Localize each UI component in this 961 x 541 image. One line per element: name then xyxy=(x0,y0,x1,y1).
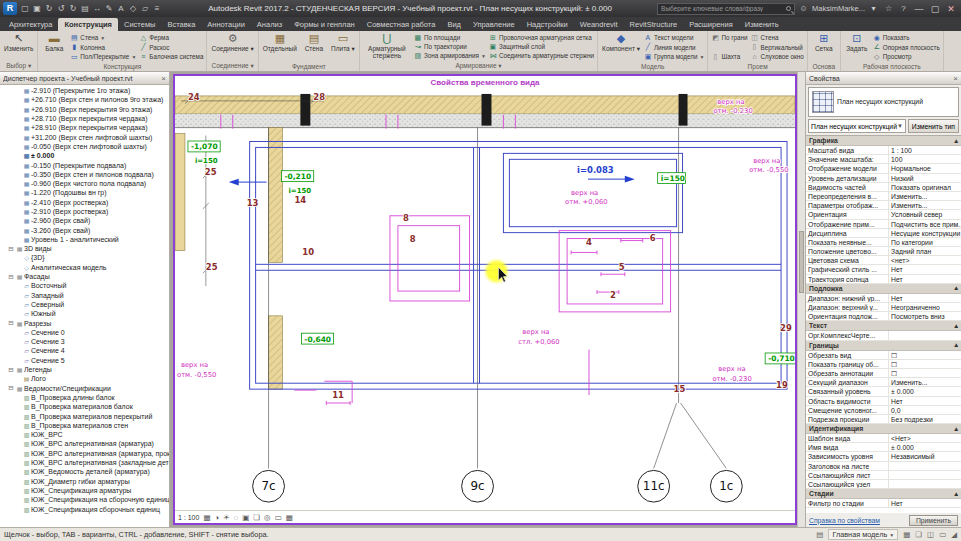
tree-item[interactable]: ▱Южный xyxy=(0,309,169,318)
tree-item[interactable]: ▦+31.200 (Верх стен лифтовой шахты) xyxy=(0,132,169,141)
3d-view-icon[interactable]: ◇ xyxy=(127,2,139,15)
redo-icon[interactable]: ↻ xyxy=(67,2,79,15)
вертикальный-button[interactable]: ▯Вертикальный xyxy=(751,43,804,52)
project-browser-header[interactable]: Диспетчер проекта - Учебный проект.rvt × xyxy=(0,72,169,85)
tree-item[interactable]: ▥ЮЖ_ВРС альтернативная (закладные детали… xyxy=(0,458,169,467)
revit-logo-icon[interactable]: R xyxy=(3,2,17,15)
property-value[interactable] xyxy=(889,480,961,488)
tree-item[interactable]: ▥ЮЖ_Спецификация на сборочную единицу (Ю… xyxy=(0,495,169,504)
tree-item[interactable]: ▱Сечение 3 xyxy=(0,337,169,346)
search-icon[interactable] xyxy=(786,6,791,11)
стена-button[interactable]: ◫Стена xyxy=(751,33,804,42)
type-selector-combobox[interactable]: План несущих конструкций ▼ xyxy=(808,119,906,133)
tree-item[interactable]: ▥ЮЖ_ВРС альтернативная (арматура) xyxy=(0,439,169,448)
tree-item[interactable]: ▱Северный xyxy=(0,300,169,309)
показать-button[interactable]: ◉Показать xyxy=(873,33,940,42)
thin-lines-icon[interactable]: ≡ xyxy=(151,2,163,15)
защитный-слой-button[interactable]: ▣Защитный слой xyxy=(489,42,594,51)
ribbon-panel-caption[interactable]: Конструкция xyxy=(38,63,206,71)
ribbon-panel-caption[interactable]: Фундамент xyxy=(259,63,359,71)
property-value[interactable]: Низкий xyxy=(889,174,961,182)
tree-expander-icon[interactable]: ⊟ xyxy=(7,273,15,281)
линия-модели-button[interactable]: ╱Линия модели xyxy=(644,43,705,52)
колонна-button[interactable]: ▮Колонна xyxy=(70,43,136,52)
property-group-header[interactable]: Стадии▴ xyxy=(806,489,961,499)
property-value[interactable]: ☐ xyxy=(889,351,961,359)
view-viewport[interactable]: Свойства временного вида xyxy=(173,74,797,525)
tree-expander-icon[interactable]: ⊟ xyxy=(7,384,15,392)
шахта-button[interactable]: ▯Шахта xyxy=(711,52,747,61)
tree-item[interactable]: ⊟▦Ведомости/Спецификации xyxy=(0,384,169,393)
property-group-header[interactable]: Границы▴ xyxy=(806,341,961,351)
worksets-icon[interactable]: ▤ xyxy=(816,530,823,539)
tree-item[interactable]: ▦± 0.000 xyxy=(0,151,169,160)
tree-item[interactable]: ▦-0.960 (Верх чистого пола подвала) xyxy=(0,179,169,188)
sun-path-icon[interactable]: ◌ xyxy=(234,513,238,522)
property-value[interactable] xyxy=(889,471,961,479)
property-value[interactable]: Нет xyxy=(889,294,961,302)
crop-view-icon[interactable]: ❏ xyxy=(253,513,260,522)
ribbon-panel-caption[interactable]: Модель xyxy=(598,63,707,71)
ribbon-tab-12[interactable]: Weandrevit xyxy=(574,18,624,31)
ribbon-panel-caption[interactable]: Проем xyxy=(708,63,806,71)
property-value[interactable]: Нет xyxy=(889,499,961,507)
tree-item[interactable]: ▦-2.960 (Верх свай) xyxy=(0,216,169,225)
tree-item[interactable]: ▥ЮЖ_Спецификация арматуры xyxy=(0,486,169,495)
текст-модели-button[interactable]: AТекст модели xyxy=(644,33,705,42)
property-value[interactable]: <нет> xyxy=(889,256,961,264)
signed-in-user[interactable]: MaksimMarke... xyxy=(812,4,865,13)
property-value[interactable]: Подчистить все прим... xyxy=(889,220,961,228)
property-group-header[interactable]: Текст▴ xyxy=(806,321,961,331)
ribbon-tab-2[interactable]: Конструкция xyxy=(58,18,118,31)
tree-item[interactable]: ◇Аналитическая модель xyxy=(0,263,169,272)
опорная-плоскость-button[interactable]: ∠Опорная плоскость xyxy=(873,43,940,52)
ribbon-tab-3[interactable]: Системы xyxy=(118,18,161,31)
tree-item[interactable]: ▥ЮЖ_ВРС альтернативная (арматура, прокат… xyxy=(0,449,169,458)
tree-item[interactable]: ▦-2.910 (Верх ростверка) xyxy=(0,207,169,216)
apply-button[interactable]: Применить xyxy=(909,515,958,526)
scale-icon[interactable]: ▦ xyxy=(203,513,210,522)
shadows-icon[interactable]: ▣ xyxy=(242,513,249,522)
tree-item[interactable]: ▦+28.710 (Верх перекрытия чердака) xyxy=(0,114,169,123)
tree-item[interactable]: ⊟▦Разрезы xyxy=(0,318,169,327)
property-value[interactable]: ☐ xyxy=(889,369,961,377)
tree-expander-icon[interactable]: ⊟ xyxy=(7,366,15,374)
property-value[interactable]: Изменить... xyxy=(889,201,961,209)
ribbon-tab-13[interactable]: RevitStructure xyxy=(624,18,684,31)
property-value[interactable]: Несущие конструкции xyxy=(889,229,961,237)
балочная-система-button[interactable]: ≡Балочная система xyxy=(139,52,203,61)
selection-filter-icon[interactable]: ▭ xyxy=(939,530,946,539)
tree-item[interactable]: ▥ЮЖ_Ведомость деталей (арматура) xyxy=(0,467,169,476)
стена-button[interactable]: ▤Стена▼ xyxy=(70,33,136,42)
tree-item[interactable]: ▦-0.050 (Верх стен лифтовой шахты) xyxy=(0,142,169,151)
tree-item[interactable]: ▥В_Проверка материалов перекрытий xyxy=(0,411,169,420)
property-value[interactable]: По категории xyxy=(889,238,961,246)
property-value[interactable]: Изменить... xyxy=(889,378,961,386)
detail-level-icon[interactable]: ◑ xyxy=(215,513,220,522)
property-value[interactable]: 0,0 xyxy=(889,406,961,414)
ribbon-tab-4[interactable]: Вставка xyxy=(161,18,201,31)
drawing-canvas[interactable]: 2428252514131088465215112919i=150i=150-1… xyxy=(175,88,795,510)
пол-перекрытие-button[interactable]: ▭Пол/Перекрытие▼ xyxy=(70,52,136,61)
property-value[interactable]: Нормальное xyxy=(889,164,961,172)
tree-item[interactable]: ▦-0.350 (Верх стен и пилонов подвала) xyxy=(0,170,169,179)
ribbon-tab-10[interactable]: Управление xyxy=(467,18,521,31)
text-icon[interactable]: A xyxy=(115,2,127,15)
undo-icon[interactable]: ↺ xyxy=(55,2,67,15)
ribbon-tab-14[interactable]: Расширения xyxy=(683,18,739,31)
canvas-vertical-scrollbar[interactable] xyxy=(797,72,805,527)
tree-item[interactable]: ▥ЮЖ_Диаметр гибки арматуры xyxy=(0,476,169,485)
tree-item[interactable]: ▦-2.910 (Перекрытие 1го этажа) xyxy=(0,86,169,95)
изменить-button[interactable]: ↖Изменить xyxy=(3,32,34,61)
tree-item[interactable]: ▦-3.260 (Верх свай) xyxy=(0,225,169,234)
плита-button[interactable]: ▭Плита ▾ xyxy=(330,32,356,62)
tree-item[interactable]: ▱Сечение 0 xyxy=(0,328,169,337)
close-button[interactable]: ✕ xyxy=(944,4,958,14)
type-selector[interactable]: План несущих конструкций xyxy=(808,87,959,117)
property-value[interactable]: Нет xyxy=(889,275,961,283)
property-value[interactable]: <Нет> xyxy=(889,434,961,442)
press-drag-icon[interactable]: ◫ xyxy=(927,530,934,539)
property-value[interactable]: Нет xyxy=(889,265,961,273)
tree-item[interactable]: ⊟▦3D виды xyxy=(0,244,169,253)
temporary-view-banner[interactable]: Свойства временного вида xyxy=(175,76,795,88)
